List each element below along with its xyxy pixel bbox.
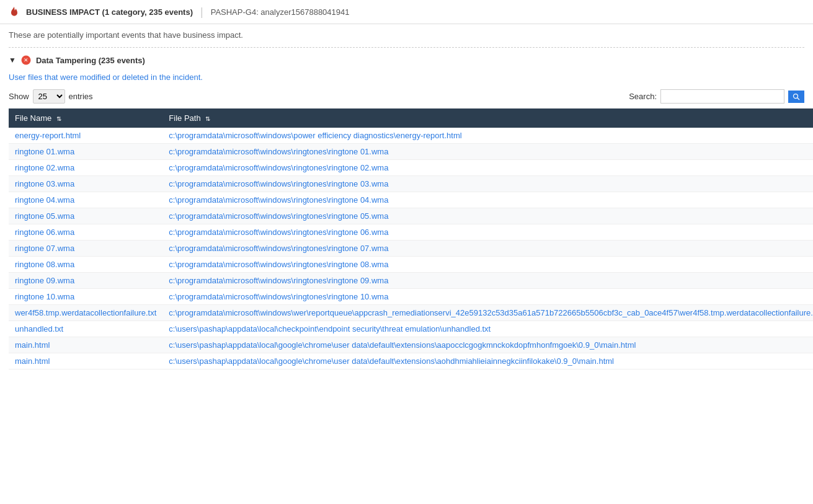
entries-label: entries	[69, 92, 93, 101]
cell-filepath: c:\programdata\microsoft\windows\rington…	[162, 192, 813, 208]
cell-filepath: c:\programdata\microsoft\windows\power e…	[162, 128, 813, 144]
cell-filename: unhandled.txt	[9, 321, 162, 337]
svg-text:✕: ✕	[23, 57, 28, 63]
cell-filepath: c:\programdata\microsoft\windows\rington…	[162, 176, 813, 192]
cell-filename: ringtone 06.wma	[9, 224, 162, 241]
sort-icon-filepath: ⇅	[205, 115, 210, 122]
cell-filename: ringtone 10.wma	[9, 289, 162, 305]
cell-filepath: c:\programdata\microsoft\windows\rington…	[162, 241, 813, 257]
svg-point-2	[794, 94, 798, 98]
col-header-filepath[interactable]: File Path ⇅	[162, 108, 813, 128]
cell-filename: ringtone 03.wma	[9, 176, 162, 192]
section-description: User files that were modified or deleted…	[9, 73, 804, 82]
cell-filename: energy-report.html	[9, 128, 162, 144]
cell-filename: ringtone 07.wma	[9, 241, 162, 257]
search-input[interactable]	[660, 89, 784, 104]
cell-filename: ringtone 08.wma	[9, 257, 162, 273]
search-label: Search:	[629, 92, 657, 101]
cell-filepath: c:\users\pashap\appdata\local\checkpoint…	[162, 321, 813, 337]
page-subtitle: These are potentially important events t…	[9, 30, 804, 40]
cell-filename: ringtone 01.wma	[9, 144, 162, 160]
collapse-arrow-icon[interactable]: ▼	[9, 56, 16, 64]
cell-filename: main.html	[9, 353, 162, 369]
table-row: ringtone 08.wmac:\programdata\microsoft\…	[9, 257, 813, 273]
analyzer-info: PASHAP-G4: analyzer1567888041941	[211, 7, 350, 17]
section-header: ▼ ✕ Data Tampering (235 events)	[9, 54, 804, 66]
entries-select[interactable]: 25 10 50 100	[33, 89, 65, 104]
main-content: These are potentially important events t…	[0, 24, 813, 376]
cell-filename: ringtone 02.wma	[9, 160, 162, 176]
table-controls: Show 25 10 50 100 entries Search:	[9, 89, 804, 104]
cell-filename: ringtone 09.wma	[9, 273, 162, 289]
table-row: ringtone 03.wmac:\programdata\microsoft\…	[9, 176, 813, 192]
table-row: main.htmlc:\users\pashap\appdata\local\g…	[9, 353, 813, 369]
table-row: ringtone 05.wmac:\programdata\microsoft\…	[9, 208, 813, 224]
cell-filepath: c:\programdata\microsoft\windows\rington…	[162, 160, 813, 176]
data-table: File Name ⇅ File Path ⇅ Action ⇅ Event T…	[9, 108, 813, 369]
header-bar: BUSINESS IMPACT (1 category, 235 events)…	[0, 0, 813, 24]
cell-filepath: c:\programdata\microsoft\windows\rington…	[162, 257, 813, 273]
table-row: ringtone 04.wmac:\programdata\microsoft\…	[9, 192, 813, 208]
cell-filename: ringtone 05.wma	[9, 208, 162, 224]
show-entries-control: Show 25 10 50 100 entries	[9, 89, 93, 104]
table-row: ringtone 10.wmac:\programdata\microsoft\…	[9, 289, 813, 305]
show-label: Show	[9, 92, 29, 101]
svg-line-3	[797, 97, 800, 100]
header-title: BUSINESS IMPACT (1 category, 235 events)	[26, 7, 193, 17]
table-row: ringtone 07.wmac:\programdata\microsoft\…	[9, 241, 813, 257]
sort-icon-filename: ⇅	[56, 115, 61, 122]
section-title: Data Tampering (235 events)	[36, 56, 145, 65]
cell-filepath: c:\users\pashap\appdata\local\google\chr…	[162, 337, 813, 353]
tamper-icon: ✕	[20, 54, 32, 66]
table-header-row: File Name ⇅ File Path ⇅ Action ⇅ Event T…	[9, 108, 813, 128]
table-row: ringtone 01.wmac:\programdata\microsoft\…	[9, 144, 813, 160]
table-row: energy-report.htmlc:\programdata\microso…	[9, 128, 813, 144]
search-button[interactable]	[788, 91, 804, 103]
cell-filepath: c:\programdata\microsoft\windows\rington…	[162, 144, 813, 160]
table-row: ringtone 09.wmac:\programdata\microsoft\…	[9, 273, 813, 289]
cell-filepath: c:\programdata\microsoft\windows\rington…	[162, 289, 813, 305]
cell-filepath: c:\programdata\microsoft\windows\wer\rep…	[162, 305, 813, 321]
cell-filepath: c:\programdata\microsoft\windows\rington…	[162, 273, 813, 289]
table-row: main.htmlc:\users\pashap\appdata\local\g…	[9, 337, 813, 353]
fire-icon	[7, 5, 21, 19]
cell-filepath: c:\programdata\microsoft\windows\rington…	[162, 208, 813, 224]
search-area: Search:	[629, 89, 804, 104]
col-header-filename[interactable]: File Name ⇅	[9, 108, 162, 128]
cell-filepath: c:\users\pashap\appdata\local\google\chr…	[162, 353, 813, 369]
cell-filename: main.html	[9, 337, 162, 353]
header-divider: |	[200, 6, 203, 19]
table-row: unhandled.txtc:\users\pashap\appdata\loc…	[9, 321, 813, 337]
cell-filename: ringtone 04.wma	[9, 192, 162, 208]
table-row: ringtone 02.wmac:\programdata\microsoft\…	[9, 160, 813, 176]
table-row: ringtone 06.wmac:\programdata\microsoft\…	[9, 224, 813, 241]
cell-filename: wer4f58.tmp.werdatacollectionfailure.txt	[9, 305, 162, 321]
table-body: energy-report.htmlc:\programdata\microso…	[9, 128, 813, 369]
table-row: wer4f58.tmp.werdatacollectionfailure.txt…	[9, 305, 813, 321]
cell-filepath: c:\programdata\microsoft\windows\rington…	[162, 224, 813, 241]
